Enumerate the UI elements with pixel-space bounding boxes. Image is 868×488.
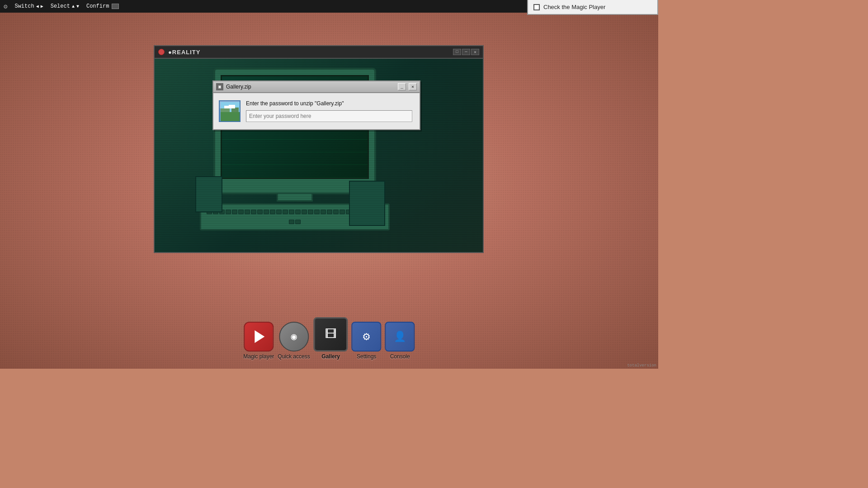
quick-access-label: Quick access xyxy=(278,353,310,360)
key xyxy=(314,210,320,214)
dialog-minimize-button[interactable]: _ xyxy=(398,83,406,90)
confirm-icon xyxy=(112,4,119,9)
key xyxy=(289,210,294,214)
dock-item-magic-player[interactable]: Magic player xyxy=(243,322,274,360)
notification-text: Check the Magic Player xyxy=(543,4,605,10)
gear-large-icon: ⚙ xyxy=(363,329,370,344)
switch-label: Switch xyxy=(14,3,34,9)
key xyxy=(264,210,269,214)
screen-line xyxy=(222,152,368,165)
key xyxy=(308,210,313,214)
key xyxy=(232,210,237,214)
filmstrip-icon: 🎞 xyxy=(325,327,337,342)
dialog-file-icon xyxy=(219,100,241,122)
key xyxy=(295,210,301,214)
screen-line xyxy=(222,165,368,178)
dock-item-quick-access[interactable]: ◉ Quick access xyxy=(278,322,310,360)
gallery-zip-dialog: ▣ Gallery.zip _ ✕ Enter the password to … xyxy=(212,80,420,130)
desk-item-right xyxy=(349,181,385,226)
reality-resize-button[interactable]: — xyxy=(462,49,470,55)
svg-rect-1 xyxy=(221,112,241,122)
reality-close-button[interactable] xyxy=(158,49,165,55)
settings-label: Settings xyxy=(357,353,376,360)
key xyxy=(251,210,256,214)
play-triangle-icon xyxy=(255,330,264,343)
magic-player-icon[interactable] xyxy=(244,322,274,352)
key xyxy=(295,220,301,224)
reality-window-controls: □ — ✕ xyxy=(453,49,479,55)
dock-item-console[interactable]: 👤 Console xyxy=(385,322,415,360)
console-person-icon: 👤 xyxy=(394,331,406,343)
console-label: Console xyxy=(390,353,410,360)
select-label: Select xyxy=(51,3,70,9)
toolbar-gear[interactable]: ⚙ xyxy=(4,3,7,10)
right-arrow-icon: ▶ xyxy=(41,4,43,9)
password-input[interactable] xyxy=(246,110,412,122)
quick-access-icon[interactable]: ◉ xyxy=(279,322,309,352)
screen-line xyxy=(222,140,368,152)
reality-titlebar: ●REALITY □ — ✕ xyxy=(155,46,483,59)
dialog-prompt-text: Enter the password to unzip "Gallery.zip… xyxy=(246,100,412,107)
key xyxy=(289,220,294,224)
reality-window: ●REALITY □ — ✕ xyxy=(154,45,484,253)
left-arrow-icon: ◀ xyxy=(36,4,39,9)
dialog-body: Enter the password to unzip "Gallery.zip… xyxy=(213,93,420,129)
key xyxy=(276,210,282,214)
notification-checkbox[interactable] xyxy=(533,4,540,10)
svg-rect-2 xyxy=(221,108,230,112)
reality-minimize-button[interactable]: □ xyxy=(453,49,461,55)
gear-icon: ⚙ xyxy=(4,3,7,10)
key xyxy=(333,210,339,214)
key xyxy=(226,210,231,214)
key xyxy=(245,210,250,214)
gallery-icon[interactable]: 🎞 xyxy=(314,317,348,352)
dock: Magic player ◉ Quick access 🎞 Gallery ⚙ … xyxy=(243,317,415,360)
dialog-close-button[interactable]: ✕ xyxy=(409,83,417,90)
key xyxy=(302,210,307,214)
dialog-right-panel: Enter the password to unzip "Gallery.zip… xyxy=(246,100,412,122)
dialog-title: Gallery.zip xyxy=(226,84,395,90)
confirm-label: Confirm xyxy=(86,3,109,9)
key xyxy=(327,210,332,214)
down-arrow-icon: ▼ xyxy=(76,4,79,9)
dock-item-gallery[interactable]: 🎞 Gallery xyxy=(314,317,348,360)
svg-rect-5 xyxy=(229,105,235,108)
desk-item-left xyxy=(195,176,222,212)
console-icon[interactable]: 👤 xyxy=(385,322,415,352)
settings-icon[interactable]: ⚙ xyxy=(352,322,382,352)
key xyxy=(238,210,244,214)
radar-icon: ◉ xyxy=(291,331,297,343)
dialog-titlebar: ▣ Gallery.zip _ ✕ xyxy=(213,81,420,93)
reality-maximize-button[interactable]: ✕ xyxy=(471,49,479,55)
notification-box[interactable]: Check the Magic Player xyxy=(527,0,658,15)
toolbar-confirm[interactable]: Confirm xyxy=(86,3,119,9)
key xyxy=(270,210,275,214)
toolbar-switch[interactable]: Switch ◀ ▶ xyxy=(14,3,43,9)
key xyxy=(340,210,345,214)
monitor-base xyxy=(277,192,313,202)
reality-window-title: ●REALITY xyxy=(168,49,200,56)
dialog-zip-icon: ▣ xyxy=(216,83,223,90)
magic-player-label: Magic player xyxy=(243,353,274,360)
up-arrow-icon: ▲ xyxy=(72,4,75,9)
key xyxy=(321,210,326,214)
dock-item-settings[interactable]: ⚙ Settings xyxy=(352,322,382,360)
key xyxy=(283,210,288,214)
key xyxy=(257,210,263,214)
toolbar-select[interactable]: Select ▲ ▼ xyxy=(51,3,79,9)
version-text: totalversion xyxy=(627,363,656,368)
gallery-label: Gallery xyxy=(321,353,340,360)
